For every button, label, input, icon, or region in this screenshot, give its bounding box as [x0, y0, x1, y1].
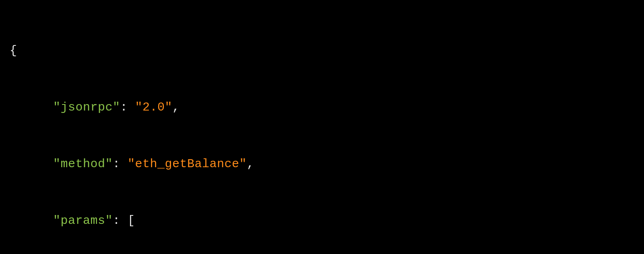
- space: [128, 100, 135, 114]
- colon: :: [113, 214, 120, 227]
- colon: :: [113, 157, 120, 171]
- comma: ,: [172, 100, 180, 114]
- key-jsonrpc: "jsonrpc": [53, 100, 120, 114]
- line-method: "method": "eth_getBalance",: [10, 150, 634, 178]
- brace-open: {: [10, 44, 17, 57]
- value-method: "eth_getBalance": [128, 157, 247, 171]
- json-code-block: { "jsonrpc": "2.0", "method": "eth_getBa…: [10, 8, 634, 254]
- space: [120, 157, 128, 171]
- space: [120, 214, 128, 227]
- value-jsonrpc: "2.0": [135, 100, 173, 114]
- key-params: "params": [53, 214, 113, 227]
- key-method: "method": [53, 157, 113, 171]
- bracket-open: [: [128, 214, 135, 227]
- colon: :: [120, 100, 128, 114]
- comma: ,: [247, 157, 254, 171]
- line-open-brace: {: [10, 37, 634, 65]
- line-params-open: "params": [: [10, 207, 634, 235]
- line-jsonrpc: "jsonrpc": "2.0",: [10, 93, 634, 122]
